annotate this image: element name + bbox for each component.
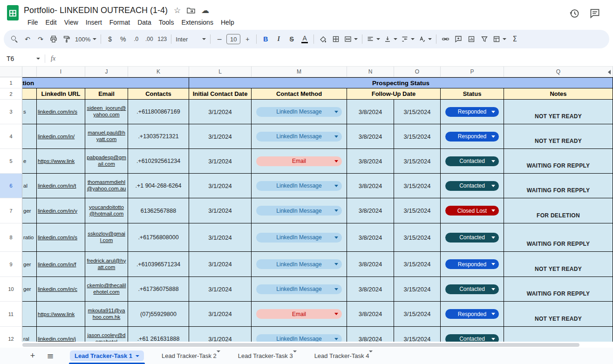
cell-partial-column[interactable]: e [22, 149, 37, 174]
cell-contacts[interactable]: .+610396571234 [128, 252, 189, 277]
menu-view[interactable]: View [61, 17, 82, 27]
font-size-input[interactable]: 10 [226, 34, 240, 44]
cell-contact-method[interactable]: LinkedIn Message [252, 223, 347, 252]
horizontal-align-button[interactable] [365, 33, 381, 46]
cell-notes[interactable] [504, 327, 613, 342]
cell-partial-column[interactable]: ratio [22, 223, 37, 252]
cell-follow-up-date-1[interactable]: 3/8/2024 [347, 100, 394, 124]
cell-follow-up-date-1[interactable]: 3/8/2024 [347, 302, 394, 327]
sheet-tab-3[interactable]: Lead Tracker-Task 3 [236, 348, 299, 364]
cell-linkedin-url[interactable]: linkedin.com/in/c [37, 277, 85, 302]
all-sheets-button[interactable]: ≡ [44, 350, 57, 363]
cell-contacts[interactable]: .+61 261631888 [128, 327, 189, 342]
cell-linkedin-url[interactable]: linkedin.com/in/t [37, 174, 85, 198]
cell-contacts[interactable]: .+610292561234 [128, 149, 189, 174]
menu-tools[interactable]: Tools [155, 17, 178, 27]
cell-contact-method[interactable]: LinkedIn Message [252, 100, 347, 124]
header-scroll-left-icon[interactable] [608, 70, 611, 74]
status-dropdown[interactable]: Contacted [445, 284, 499, 294]
cell-follow-up-date-2[interactable]: 3/15/2024 [394, 124, 441, 149]
cell-notes[interactable]: NOT YET READY [504, 302, 613, 327]
cell-linkedin-url[interactable]: https://www.link [37, 302, 85, 327]
menu-format[interactable]: Format [106, 17, 134, 27]
increase-font-size-button[interactable]: + [241, 33, 253, 46]
functions-button[interactable]: Σ [509, 33, 521, 46]
cell-partial-column[interactable] [22, 124, 37, 149]
column-header-I[interactable]: I [37, 67, 85, 77]
cell-follow-up-date-1[interactable]: 3/8/2024 [347, 198, 394, 223]
cell-contacts[interactable]: .+611800867169 [128, 100, 189, 124]
status-dropdown[interactable]: Contacted [445, 156, 499, 166]
cell-header-follow-up-date[interactable]: Follow-Up Date [347, 88, 441, 100]
row-number[interactable]: 10 [0, 277, 22, 302]
cell-status[interactable]: Contacted [441, 149, 504, 174]
print-button[interactable] [48, 33, 60, 46]
menu-extensions[interactable]: Extensions [177, 17, 217, 27]
cell-contacts[interactable]: .+61736075888 [128, 277, 189, 302]
decrease-font-size-button[interactable]: − [213, 33, 225, 46]
cell-follow-up-date-1[interactable]: 3/8/2024 [347, 252, 394, 277]
cell-follow-up-date-1[interactable]: 3/8/2024 [347, 223, 394, 252]
horizontal-scrollbar[interactable] [0, 342, 613, 348]
cell-left-header-fragment[interactable]: ation [22, 77, 189, 88]
cell-initial-contact-date[interactable]: 3/1/2024 [189, 100, 252, 124]
row-number[interactable]: 2 [0, 88, 22, 100]
row-number[interactable]: 7 [0, 198, 22, 223]
cell-status[interactable]: Contacted [441, 223, 504, 252]
format-currency-button[interactable]: $ [104, 33, 116, 46]
cell-notes[interactable]: WAITING FOR REPPLY [504, 277, 613, 302]
text-rotation-button[interactable] [417, 33, 433, 46]
cell-email[interactable]: sideen_joorun@yahoo.com [85, 100, 128, 124]
cell-contact-method[interactable]: LinkedIn Message [252, 327, 347, 342]
cell-linkedin-url[interactable]: linkedin.com/in/y [37, 198, 85, 223]
sheet-tab-2[interactable]: Lead Tracker-Task 2 [160, 348, 222, 364]
cell-follow-up-date-1[interactable]: 3/8/2024 [347, 327, 394, 342]
cell-email[interactable]: mkouta911@yahoo.com.hk [85, 302, 128, 327]
cell-status[interactable]: Responded [441, 252, 504, 277]
cell-notes[interactable]: NOT YET READY [504, 252, 613, 277]
cell-follow-up-date-2[interactable]: 3/15/2024 [394, 327, 441, 342]
contact-method-dropdown[interactable]: LinkedIn Message [256, 233, 342, 243]
contact-method-dropdown[interactable]: LinkedIn Message [256, 334, 342, 342]
cell-linkedin-url[interactable]: linkedin.com/in/f [37, 252, 85, 277]
cell-header-status[interactable]: Status [441, 88, 504, 100]
row-number[interactable]: 8 [0, 223, 22, 252]
cell-partial-column[interactable]: ral [22, 327, 37, 342]
cell-contact-method[interactable]: LinkedIn Message [252, 124, 347, 149]
cell-status[interactable]: Contacted [441, 327, 504, 342]
sheet-tab-1[interactable]: Lead Tracker-Task 1 [68, 348, 146, 364]
cell-notes[interactable]: NOT YET READY [504, 124, 613, 149]
version-history-icon[interactable] [569, 8, 579, 19]
status-dropdown[interactable]: Contacted [445, 334, 499, 342]
cell-prospecting-status-header[interactable]: Prospecting Status [189, 77, 613, 88]
table-views-button[interactable] [491, 33, 508, 46]
cell-email[interactable]: fredrick.arul@hyatt.com [85, 252, 128, 277]
cell-linkedin-url[interactable]: linkedin.com/in/ [37, 124, 85, 149]
cell-email[interactable]: sskozlov@gmail.com [85, 223, 128, 252]
cell-partial-column[interactable] [22, 302, 37, 327]
row-number[interactable]: 12 [0, 327, 22, 342]
cell-initial-contact-date[interactable]: 3/1/2024 [189, 198, 252, 223]
cell-email[interactable]: manuel.paul@hyatt.com [85, 124, 128, 149]
cell-contact-method[interactable]: LinkedIn Message [252, 277, 347, 302]
cell-email[interactable]: jason.cooley@domahotel [85, 327, 128, 342]
comment-history-icon[interactable] [590, 8, 600, 19]
status-dropdown[interactable]: Responded [445, 259, 499, 269]
cell-partial-column[interactable]: ger [22, 277, 37, 302]
column-header-P[interactable]: P [441, 67, 504, 77]
cell-header-linkedin-url[interactable]: LinkedIn URL [37, 88, 85, 100]
cell-follow-up-date-2[interactable]: 3/15/2024 [394, 198, 441, 223]
row-number[interactable]: 5 [0, 149, 22, 174]
cell-contacts[interactable]: .+1 904-268-6264 [128, 174, 189, 198]
cell-contact-method[interactable]: Email [252, 302, 347, 327]
decrease-decimals-button[interactable]: .0 [130, 33, 142, 46]
contact-method-dropdown[interactable]: LinkedIn Message [256, 259, 342, 269]
cloud-status-icon[interactable]: ☁ [201, 7, 209, 14]
cell-initial-contact-date[interactable]: 3/1/2024 [189, 149, 252, 174]
undo-button[interactable]: ↶ [21, 33, 34, 46]
status-dropdown[interactable]: Contacted [445, 233, 499, 243]
cell-contacts[interactable]: .+13035721321 [128, 124, 189, 149]
cell-email[interactable]: youcandoitotto@hotmail.com [85, 198, 128, 223]
menu-insert[interactable]: Insert [82, 17, 106, 27]
column-header-O[interactable]: O [394, 67, 441, 77]
